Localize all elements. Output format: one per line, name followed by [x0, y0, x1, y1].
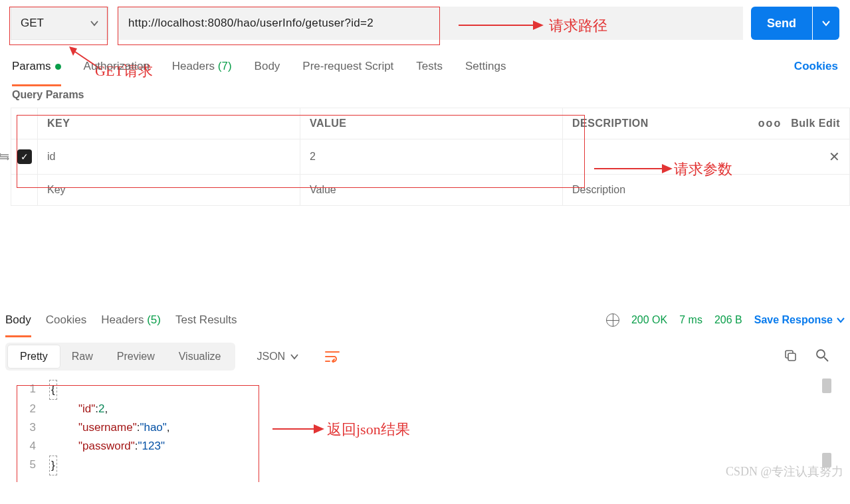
url-text: http://localhost:8080/hao/userInfo/getus… [128, 17, 373, 30]
params-table: KEY VALUE DESCRIPTION ooo Bulk Edit ✓ id… [11, 108, 850, 206]
svg-rect-7 [788, 353, 796, 361]
bulk-edit-button[interactable]: Bulk Edit [791, 118, 840, 129]
tab-prerequest[interactable]: Pre-request Script [302, 56, 393, 77]
search-icon[interactable] [815, 349, 829, 365]
tab-tests[interactable]: Tests [416, 56, 443, 77]
desc-placeholder[interactable]: Description [563, 175, 850, 206]
response-body[interactable]: 1{ 2"id": 2, 3"username": "hao", 4"passw… [0, 375, 850, 482]
view-pretty[interactable]: Pretty [8, 345, 60, 368]
key-placeholder[interactable]: Key [38, 175, 300, 206]
method-select[interactable]: GET [11, 7, 109, 40]
col-description: DESCRIPTION ooo Bulk Edit [563, 108, 850, 139]
tab-params[interactable]: Params [12, 56, 61, 77]
scrollbar-thumb[interactable] [822, 378, 831, 393]
request-tabs: Params Authorization Headers (7) Body Pr… [0, 56, 850, 77]
chevron-down-icon [837, 316, 845, 324]
response-time: 7 ms [679, 314, 702, 326]
table-row-empty[interactable]: Key Value Description [11, 175, 850, 206]
col-value: VALUE [300, 108, 563, 139]
tab-headers[interactable]: Headers (7) [172, 56, 232, 77]
send-dropdown[interactable] [813, 7, 839, 40]
view-visualize[interactable]: Visualize [167, 345, 233, 368]
chevron-down-icon [290, 353, 298, 361]
globe-icon[interactable] [606, 313, 619, 327]
tab-authorization[interactable]: Authorization [84, 56, 150, 77]
col-key: KEY [38, 108, 300, 139]
table-row[interactable]: ✓ id 2 ✕ [11, 139, 850, 175]
url-input[interactable]: http://localhost:8080/hao/userInfo/getus… [118, 7, 743, 40]
resp-tab-headers[interactable]: Headers (5) [101, 309, 161, 331]
table-header-row: KEY VALUE DESCRIPTION ooo Bulk Edit [11, 108, 850, 139]
dot-icon [55, 64, 61, 70]
response-size: 206 B [714, 314, 742, 326]
svg-marker-3 [69, 46, 77, 56]
value-placeholder[interactable]: Value [300, 175, 563, 206]
wrap-lines-icon[interactable] [320, 344, 345, 369]
copy-icon[interactable] [784, 349, 797, 365]
svg-point-8 [817, 350, 825, 358]
resp-tab-body[interactable]: Body [5, 309, 31, 331]
checkbox-checked[interactable]: ✓ [17, 149, 32, 164]
format-select[interactable]: JSON [247, 345, 308, 368]
send-button[interactable]: Send [751, 7, 812, 40]
send-group: Send [751, 7, 839, 40]
tab-body[interactable]: Body [255, 56, 280, 77]
drag-handle-icon[interactable] [0, 151, 9, 165]
param-key[interactable]: id [38, 139, 300, 175]
tab-settings[interactable]: Settings [465, 56, 506, 77]
cookies-link[interactable]: Cookies [794, 60, 838, 73]
response-bar: Body Cookies Headers (5) Test Results 20… [0, 309, 850, 331]
watermark: CSDN @专注认真努力 [726, 463, 843, 479]
method-value: GET [21, 17, 44, 30]
resp-tab-tests[interactable]: Test Results [175, 309, 237, 331]
svg-line-9 [824, 357, 828, 361]
query-params-label: Query Params [0, 77, 850, 108]
delete-row-icon[interactable]: ✕ [829, 149, 840, 165]
more-options-icon[interactable]: ooo [758, 118, 782, 129]
request-bar: GET http://localhost:8080/hao/userInfo/g… [0, 0, 850, 46]
param-value[interactable]: 2 [300, 139, 563, 175]
resp-tab-cookies[interactable]: Cookies [46, 309, 86, 331]
status-code: 200 OK [631, 314, 667, 326]
param-desc[interactable]: ✕ [563, 139, 850, 175]
view-segmented: Pretty Raw Preview Visualize [5, 343, 235, 371]
body-toolbar: Pretty Raw Preview Visualize JSON [0, 331, 850, 375]
save-response-button[interactable]: Save Response [754, 314, 845, 326]
chevron-down-icon [90, 19, 99, 28]
view-raw[interactable]: Raw [60, 345, 105, 368]
view-preview[interactable]: Preview [105, 345, 167, 368]
